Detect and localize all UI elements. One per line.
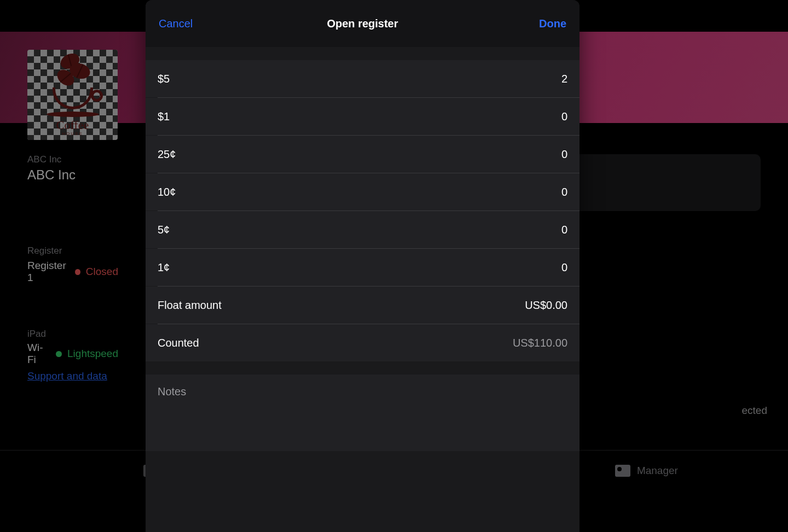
open-register-sheet: Cancel Open register Done $52$1025¢010¢0… (146, 0, 580, 532)
company-block: ABC Inc ABC Inc (27, 154, 76, 183)
notes-placeholder: Notes (158, 385, 186, 397)
device-section: iPad Wi-Fi Lightspeed Support and data (0, 314, 146, 382)
counted-label: Counted (158, 337, 199, 349)
badge-icon (615, 465, 630, 477)
denomination-count: 0 (561, 224, 567, 236)
denomination-count: 2 (561, 73, 567, 85)
support-link[interactable]: Support and data (27, 370, 107, 382)
register-status: Closed (86, 266, 118, 278)
done-button[interactable]: Done (539, 17, 566, 30)
float-amount-label: Float amount (158, 299, 222, 312)
denomination-count: 0 (561, 148, 567, 161)
float-amount-row[interactable]: Float amount US$0.00 (146, 287, 580, 324)
truncated-status-text: ected (742, 405, 767, 417)
denomination-row[interactable]: 5¢0 (146, 211, 580, 248)
notes-input[interactable]: Notes (146, 375, 580, 451)
coffee-logo-art: Coffee HOUSE (27, 50, 118, 140)
sheet-header: Cancel Open register Done (146, 0, 580, 47)
wifi-label: Wi-Fi (27, 342, 50, 366)
denomination-list: $52$1025¢010¢05¢01¢0 (146, 60, 580, 287)
denomination-row[interactable]: 25¢0 (146, 136, 580, 173)
denomination-row[interactable]: $10 (146, 98, 580, 135)
device-label: iPad (27, 329, 118, 340)
cancel-button[interactable]: Cancel (159, 17, 193, 30)
company-name-large: ABC Inc (27, 167, 76, 183)
denomination-count: 0 (561, 261, 567, 274)
denomination-label: 10¢ (158, 186, 176, 198)
logo-subtext: HOUSE (62, 131, 83, 136)
denomination-count: 0 (561, 110, 567, 123)
denomination-label: 25¢ (158, 148, 176, 161)
toolbar-manager[interactable]: Manager (615, 465, 678, 477)
denomination-label: $5 (158, 73, 170, 85)
register-label: Register (27, 245, 118, 256)
denomination-count: 0 (561, 186, 567, 198)
company-logo: Coffee HOUSE (27, 50, 118, 140)
counted-value: US$110.00 (513, 337, 567, 349)
register-name: Register 1 (27, 260, 69, 284)
sheet-title: Open register (146, 17, 580, 30)
denomination-label: 1¢ (158, 261, 170, 274)
sheet-body[interactable]: $52$1025¢010¢05¢01¢0 Float amount US$0.0… (146, 47, 580, 532)
denomination-label: $1 (158, 110, 170, 123)
status-dot-icon (75, 269, 80, 275)
register-section: Register Register 1 Closed (0, 224, 146, 306)
wifi-network-name: Lightspeed (67, 348, 118, 360)
denomination-row[interactable]: 10¢0 (146, 173, 580, 211)
logo-text: Coffee (56, 119, 89, 131)
company-name-small: ABC Inc (27, 154, 76, 165)
wifi-dot-icon (56, 351, 62, 357)
float-amount-value: US$0.00 (525, 299, 567, 312)
denomination-label: 5¢ (158, 224, 170, 236)
toolbar-manager-label: Manager (637, 465, 678, 477)
counted-row: Counted US$110.00 (146, 324, 580, 361)
denomination-row[interactable]: 1¢0 (146, 249, 580, 286)
denomination-row[interactable]: $52 (146, 60, 580, 97)
